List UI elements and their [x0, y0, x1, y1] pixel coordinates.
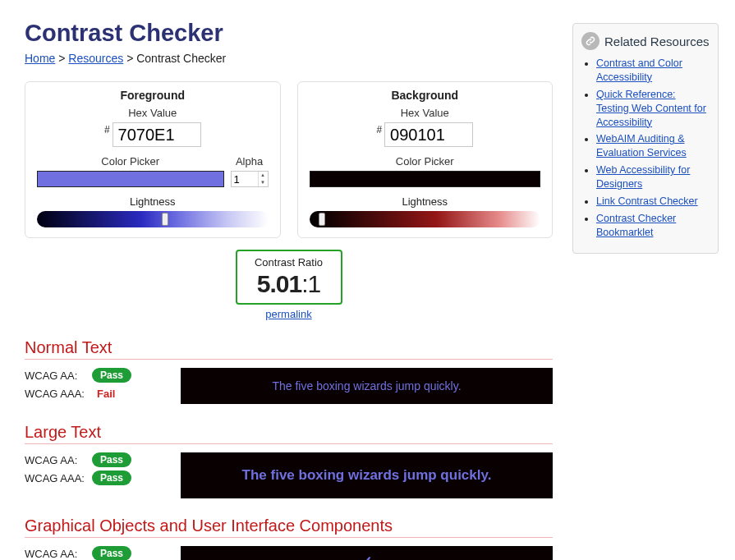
- normal-aaa-result: Fail: [92, 386, 120, 402]
- contrast-ratio-label: Contrast Ratio: [246, 256, 333, 269]
- normal-aa-result: Pass: [92, 368, 131, 383]
- normal-aaa-label: WCAG AAA:: [25, 388, 92, 400]
- large-aa-result: Pass: [92, 452, 131, 467]
- bg-hex-label: Hex Value: [310, 107, 541, 119]
- foreground-panel: Foreground Hex Value # Color Picker Alph…: [25, 81, 281, 238]
- breadcrumb-home[interactable]: Home: [25, 52, 55, 65]
- page-title: Contrast Checker: [25, 20, 553, 47]
- permalink[interactable]: permalink: [236, 308, 342, 320]
- breadcrumb: Home > Resources > Contrast Checker: [25, 52, 553, 65]
- fg-alpha-label: Alpha: [231, 155, 269, 168]
- bg-lightness-slider[interactable]: [310, 211, 541, 227]
- large-aaa-result: Pass: [92, 470, 131, 485]
- related-link[interactable]: WebAIM Auditing & Evaluation Services: [596, 133, 687, 158]
- fg-hex-label: Hex Value: [37, 107, 269, 119]
- related-link[interactable]: Link Contrast Checker: [596, 195, 698, 207]
- related-resources-heading: Related Resources: [604, 34, 710, 48]
- fg-color-picker[interactable]: [37, 171, 224, 187]
- breadcrumb-resources[interactable]: Resources: [68, 52, 123, 65]
- alpha-step-up[interactable]: ▲: [258, 172, 268, 179]
- fg-lightness-thumb[interactable]: [162, 213, 168, 226]
- large-aaa-label: WCAG AAA:: [25, 472, 92, 484]
- link-icon: [581, 32, 599, 50]
- divider: [25, 537, 553, 538]
- hash-symbol: #: [376, 124, 382, 135]
- background-panel: Background Hex Value # Color Picker Ligh…: [297, 81, 554, 238]
- normal-text-heading: Normal Text: [25, 338, 553, 357]
- gui-aa-label: WCAG AA:: [25, 548, 92, 560]
- gui-sample: ✓: [181, 546, 553, 560]
- divider: [25, 443, 553, 444]
- normal-aa-label: WCAG AA:: [25, 370, 92, 382]
- large-text-sample[interactable]: The five boxing wizards jump quickly.: [181, 452, 553, 498]
- contrast-ratio-box: Contrast Ratio 5.01:1: [236, 250, 342, 305]
- bg-picker-label: Color Picker: [310, 155, 541, 168]
- hash-symbol: #: [104, 124, 110, 135]
- bg-color-picker[interactable]: [310, 171, 541, 187]
- related-link[interactable]: Contrast and Color Accessibility: [596, 57, 682, 83]
- bg-lightness-thumb[interactable]: [319, 213, 325, 226]
- normal-text-sample[interactable]: The five boxing wizards jump quickly.: [181, 368, 553, 404]
- alpha-step-down[interactable]: ▼: [258, 179, 268, 186]
- contrast-ratio-value: 5.01:1: [246, 270, 333, 298]
- related-link[interactable]: Web Accessibility for Designers: [596, 164, 690, 190]
- gui-heading: Graphical Objects and User Interface Com…: [25, 516, 553, 535]
- large-text-heading: Large Text: [25, 423, 553, 442]
- background-heading: Background: [310, 89, 541, 102]
- large-aa-label: WCAG AA:: [25, 454, 92, 466]
- bg-hex-input[interactable]: [384, 122, 473, 147]
- fg-hex-input[interactable]: [113, 122, 201, 147]
- gui-aa-result: Pass: [92, 546, 131, 560]
- foreground-heading: Foreground: [37, 89, 269, 102]
- related-link[interactable]: Contrast Checker Bookmarklet: [596, 213, 676, 238]
- fg-lightness-slider[interactable]: [37, 211, 269, 227]
- fg-picker-label: Color Picker: [37, 155, 224, 168]
- fg-lightness-label: Lightness: [37, 195, 269, 208]
- breadcrumb-current: Contrast Checker: [136, 52, 226, 65]
- related-link[interactable]: Quick Reference: Testing Web Content for…: [596, 89, 706, 128]
- related-resources-panel: Related Resources Contrast and Color Acc…: [572, 23, 719, 254]
- check-icon: ✓: [361, 553, 373, 560]
- bg-lightness-label: Lightness: [310, 195, 541, 208]
- divider: [25, 359, 553, 360]
